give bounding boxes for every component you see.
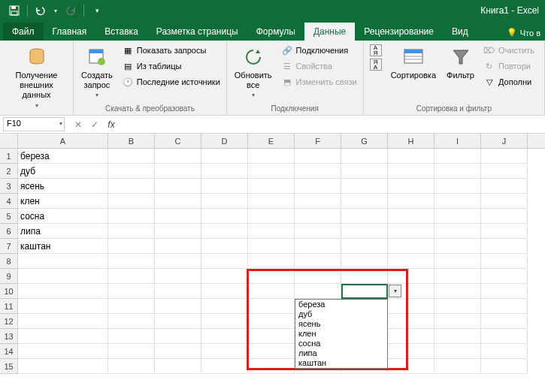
save-icon[interactable]	[6, 2, 23, 19]
cell[interactable]	[18, 254, 108, 269]
cell[interactable]	[201, 359, 248, 374]
cell[interactable]	[295, 239, 341, 254]
cell[interactable]	[248, 209, 295, 224]
cell[interactable]	[341, 194, 388, 209]
cell[interactable]	[248, 164, 295, 179]
row-header[interactable]: 14	[0, 344, 17, 359]
row-header[interactable]: 3	[0, 179, 17, 194]
from-table-button[interactable]: ▤Из таблицы	[120, 59, 222, 73]
name-box[interactable]: F10 ▾	[3, 117, 65, 131]
cell[interactable]	[201, 284, 248, 299]
tab-file[interactable]: Файл	[3, 23, 44, 41]
cell[interactable]	[481, 209, 528, 224]
column-header[interactable]: G	[341, 134, 388, 148]
sort-button[interactable]: Сортировка	[388, 42, 439, 80]
cell[interactable]	[295, 224, 341, 239]
cell[interactable]	[481, 314, 528, 329]
cell[interactable]: клен	[18, 194, 108, 209]
cell[interactable]	[248, 299, 295, 314]
cell[interactable]	[434, 149, 481, 164]
cell[interactable]	[481, 239, 528, 254]
column-header[interactable]: B	[108, 134, 155, 148]
dropdown-option[interactable]: клен	[295, 329, 387, 339]
select-all-corner[interactable]	[0, 134, 18, 149]
cell[interactable]	[201, 209, 248, 224]
chevron-down-icon[interactable]: ▾	[59, 120, 62, 127]
fx-button[interactable]: fx	[104, 118, 119, 131]
column-header[interactable]: I	[434, 134, 481, 148]
refresh-all-button[interactable]: Обновить все ▾	[232, 42, 275, 99]
cell[interactable]	[155, 344, 201, 359]
cell[interactable]	[481, 344, 528, 359]
cell[interactable]	[201, 254, 248, 269]
cell[interactable]	[295, 149, 341, 164]
cell[interactable]	[248, 329, 295, 344]
cell[interactable]: дуб	[18, 164, 108, 179]
cell[interactable]	[388, 359, 434, 374]
row-header[interactable]: 6	[0, 224, 17, 239]
column-header[interactable]: E	[248, 134, 295, 148]
cell[interactable]	[108, 329, 155, 344]
cell[interactable]	[18, 314, 108, 329]
cell[interactable]	[341, 239, 388, 254]
cell[interactable]	[434, 179, 481, 194]
cell[interactable]: каштан	[18, 239, 108, 254]
tab-review[interactable]: Рецензирование	[355, 23, 443, 41]
cell[interactable]	[481, 329, 528, 344]
dropdown-option[interactable]: липа	[295, 348, 387, 358]
cell[interactable]	[155, 164, 201, 179]
cell[interactable]	[155, 299, 201, 314]
cell[interactable]	[434, 344, 481, 359]
cell[interactable]	[108, 194, 155, 209]
cell[interactable]	[388, 209, 434, 224]
cell[interactable]	[155, 224, 201, 239]
cell[interactable]	[155, 329, 201, 344]
cell[interactable]	[481, 164, 528, 179]
cell[interactable]	[341, 269, 388, 284]
cell[interactable]	[388, 344, 434, 359]
cell[interactable]	[108, 269, 155, 284]
cell[interactable]	[18, 344, 108, 359]
cell[interactable]	[434, 299, 481, 314]
cell[interactable]	[481, 179, 528, 194]
row-header[interactable]: 12	[0, 314, 17, 329]
cell[interactable]	[18, 329, 108, 344]
filter-button[interactable]: Фильтр	[444, 42, 477, 80]
cell[interactable]	[155, 194, 201, 209]
cell[interactable]	[434, 209, 481, 224]
cell[interactable]	[248, 239, 295, 254]
cell[interactable]	[481, 359, 528, 374]
cell[interactable]	[248, 344, 295, 359]
cell[interactable]	[248, 359, 295, 374]
cell[interactable]	[18, 299, 108, 314]
redo-icon[interactable]	[62, 2, 79, 19]
data-validation-dropdown-button[interactable]: ▾	[389, 285, 401, 297]
tell-me[interactable]: 💡 Что в	[502, 25, 545, 41]
cell[interactable]	[295, 269, 341, 284]
formula-input[interactable]	[122, 117, 542, 131]
cell[interactable]	[248, 269, 295, 284]
cell[interactable]	[155, 179, 201, 194]
cell[interactable]	[388, 314, 434, 329]
cell[interactable]	[434, 329, 481, 344]
cell[interactable]	[248, 284, 295, 299]
cell[interactable]	[481, 284, 528, 299]
cell[interactable]	[155, 269, 201, 284]
cell[interactable]	[201, 299, 248, 314]
cell[interactable]	[201, 149, 248, 164]
cell[interactable]: береза	[18, 149, 108, 164]
cell[interactable]	[295, 209, 341, 224]
cell[interactable]	[295, 179, 341, 194]
cell[interactable]	[201, 224, 248, 239]
cell[interactable]	[201, 194, 248, 209]
dropdown-option[interactable]: сосна	[295, 339, 387, 348]
cell[interactable]	[388, 269, 434, 284]
cell[interactable]	[155, 239, 201, 254]
column-header[interactable]: C	[155, 134, 201, 148]
cell[interactable]	[18, 269, 108, 284]
cell[interactable]	[388, 239, 434, 254]
row-header[interactable]: 7	[0, 239, 17, 254]
tab-home[interactable]: Главная	[44, 23, 96, 41]
cell[interactable]	[434, 194, 481, 209]
row-header[interactable]: 9	[0, 269, 17, 284]
